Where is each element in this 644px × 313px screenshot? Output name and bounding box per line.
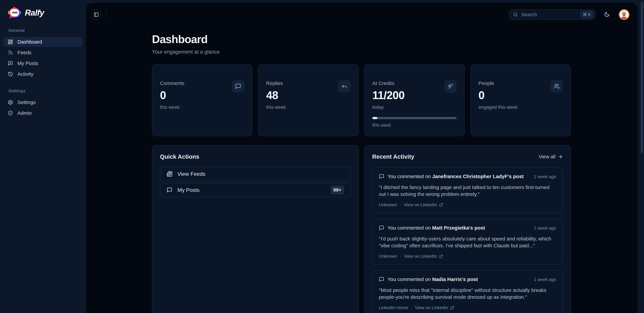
stat-card-comments: Comments 0 this week	[152, 64, 252, 136]
page-subtitle: Your engagement at a glance	[152, 49, 571, 55]
sidebar: Ralfy General Dashboard Feeds My Posts	[0, 0, 86, 313]
nav-section-label-settings: Settings	[3, 88, 82, 93]
message-square-icon	[235, 83, 241, 89]
quick-action-my-posts[interactable]: My Posts 99+	[160, 183, 351, 197]
topbar-divider	[106, 11, 106, 18]
sidebar-item-label: Admin	[18, 110, 32, 116]
activity-quote: "I'd push back slightly-users absolutely…	[379, 235, 556, 249]
dot-separator: ·	[400, 202, 401, 207]
view-on-linkedin-link[interactable]: View on LinkedIn	[415, 305, 454, 310]
page-title: Dashboard	[152, 33, 571, 45]
ralfy-chat-bubble-mascot-icon	[8, 7, 22, 19]
activity-subject: Nadia Harris's post	[432, 277, 478, 282]
nav-section-spacer	[3, 80, 82, 88]
activity-source: LinkedIn Home	[379, 305, 408, 310]
brand-logo[interactable]: Ralfy	[8, 7, 44, 19]
view-on-linkedin-link[interactable]: View on LinkedIn	[404, 254, 443, 259]
sidebar-item-settings[interactable]: Settings	[3, 97, 82, 107]
arrow-right-icon	[558, 154, 563, 159]
stat-icon-chip	[232, 80, 244, 92]
users-icon	[554, 83, 560, 89]
stat-caption: this week	[266, 105, 350, 110]
activity-title: You commented on Nadia Harris's post	[388, 276, 530, 283]
sidebar-item-label: Dashboard	[18, 39, 42, 45]
stats-row: Comments 0 this week Replies 48 this wee…	[152, 64, 571, 136]
stat-label: AI Credits	[372, 80, 457, 86]
my-posts-count-badge: 99+	[331, 186, 344, 194]
view-all-label: View all	[539, 154, 556, 160]
view-all-link[interactable]: View all	[539, 154, 563, 160]
search-box[interactable]: ⌘ K	[509, 9, 595, 20]
recent-activity-list: You commented on Janefrances Christopher…	[372, 167, 563, 313]
newspaper-icon	[167, 171, 172, 177]
activity-quote: "I ditched the fancy landing page and ju…	[379, 184, 556, 198]
sidebar-item-dashboard[interactable]: Dashboard	[3, 37, 82, 47]
stat-icon-chip	[338, 80, 350, 92]
sidebar-item-admin[interactable]: Admin	[3, 108, 82, 118]
layout-dashboard-icon	[8, 39, 13, 44]
stat-label: People	[478, 80, 563, 86]
sidebar-item-label: My Posts	[18, 60, 38, 66]
history-icon	[8, 71, 13, 77]
sidebar-item-label: Feeds	[18, 50, 31, 55]
bottom-row: Quick Actions View Feeds My Posts	[152, 145, 571, 313]
moon-icon	[604, 11, 610, 17]
quick-action-label: View Feeds	[178, 171, 206, 177]
dot-separator: ·	[411, 305, 412, 310]
stat-value: 48	[266, 89, 350, 101]
recent-activity-panel: Recent Activity View all	[364, 145, 571, 313]
user-avatar[interactable]	[618, 9, 630, 20]
stat-caption: engaged this week	[478, 105, 563, 110]
activity-card[interactable]: You commented on Janefrances Christopher…	[372, 167, 563, 213]
sidebar-item-label: Activity	[18, 71, 33, 77]
search-icon	[513, 12, 518, 17]
page-content: Dashboard Your engagement at a glance Co…	[152, 33, 571, 313]
activity-card[interactable]: You commented on Matt Przegietka's post …	[372, 219, 563, 265]
sidebar-nav: General Dashboard Feeds My Posts	[3, 28, 82, 119]
search-shortcut-badge: ⌘ K	[580, 11, 593, 18]
activity-head: You commented on Nadia Harris's post 1 w…	[379, 276, 556, 283]
sidebar-item-activity[interactable]: Activity	[3, 69, 82, 79]
search-input[interactable]	[521, 11, 580, 17]
stat-label: Comments	[160, 80, 244, 86]
stat-value: 0	[160, 89, 244, 101]
activity-head: You commented on Matt Przegietka's post …	[379, 225, 556, 231]
recent-activity-header: Recent Activity View all	[372, 153, 563, 160]
sidebar-item-feeds[interactable]: Feeds	[3, 48, 82, 57]
activity-card[interactable]: You commented on Nadia Harris's post 1 w…	[372, 270, 563, 313]
stat-card-replies: Replies 48 this week	[258, 64, 358, 136]
sidebar-item-my-posts[interactable]: My Posts	[3, 58, 82, 68]
nav-section-label-general: General	[3, 28, 82, 33]
ai-credits-progress-fill	[372, 117, 377, 119]
quick-action-view-feeds[interactable]: View Feeds	[160, 167, 351, 181]
sidebar-toggle-button[interactable]	[92, 10, 101, 19]
theme-toggle-button[interactable]	[604, 11, 610, 18]
topbar: ⌘ K	[92, 9, 630, 20]
external-link-icon	[450, 306, 454, 310]
activity-timestamp: 1 week ago	[534, 226, 556, 231]
activity-footer: Unknown · View on LinkedIn	[379, 254, 556, 259]
quick-actions-list: View Feeds My Posts 99+	[160, 167, 351, 197]
activity-footer: Unknown · View on LinkedIn	[379, 202, 556, 207]
shield-check-icon	[8, 110, 13, 116]
panel-left-icon	[94, 12, 99, 17]
message-square-icon	[379, 277, 384, 282]
stat-card-people: People 0 engaged this week	[470, 64, 571, 136]
page-scrollbar-thumb[interactable]	[641, 2, 643, 153]
activity-quote: "Most people miss that "internal discipl…	[379, 287, 556, 301]
stat-caption: today	[372, 105, 457, 110]
stat-icon-chip	[444, 80, 457, 92]
reply-icon	[341, 83, 347, 89]
sidebar-item-label: Settings	[18, 99, 36, 105]
activity-timestamp: 1 week ago	[534, 174, 556, 179]
stat-value: 0	[478, 89, 563, 101]
stat-label: Replies	[266, 80, 350, 86]
ai-credits-progress-label: 6% used	[372, 122, 457, 128]
quick-actions-panel: Quick Actions View Feeds My Posts	[152, 145, 359, 313]
activity-timestamp: 1 week ago	[534, 277, 556, 282]
view-on-linkedin-link[interactable]: View on LinkedIn	[404, 202, 443, 207]
activity-subject: Janefrances Christopher LadyF's post	[432, 174, 524, 179]
activity-subject: Matt Przegietka's post	[432, 225, 485, 231]
message-square-icon	[379, 225, 384, 231]
message-square-icon	[167, 187, 172, 193]
